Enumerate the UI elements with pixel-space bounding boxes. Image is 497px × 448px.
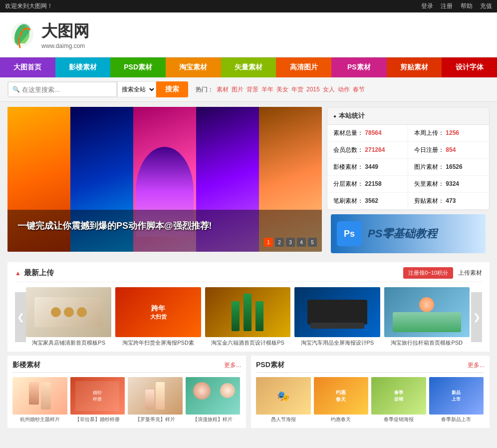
- psd-img-4: 新品上市: [429, 377, 484, 415]
- yinglou-items: 杭州婚纱主题样片 婚纱样册 【菲拉慕】婚纱样册 【罗曼蒂克】样片: [12, 377, 241, 423]
- yinglou-item-4: 【浪漫旅程】样片: [186, 377, 241, 423]
- dot-5[interactable]: 5: [308, 238, 317, 247]
- latest-section: 最新上传 注册领0~10积分 上传素材 ❮ 淘宝家具店铺清新首页模板PS: [7, 262, 490, 352]
- carousel-item-5: 淘宝旅行拉杆箱首页模板PSD: [384, 287, 470, 347]
- psd-item-2: 约惠春天 约惠春天: [314, 377, 369, 423]
- thumb-5: [384, 287, 470, 337]
- stat-members-value: 271264: [365, 146, 385, 153]
- search-scope-select[interactable]: 搜索全站: [117, 81, 156, 97]
- nav-vector[interactable]: 矢量素材: [221, 57, 276, 77]
- nav-taobao[interactable]: 淘宝素材: [166, 57, 221, 77]
- carousel-prev[interactable]: ❮: [15, 292, 26, 342]
- nav-ps[interactable]: PS素材: [331, 57, 387, 77]
- stat-total-text: 素材总量：: [333, 129, 363, 136]
- dot-2[interactable]: 2: [275, 238, 284, 247]
- stat-yinglou-value: 3449: [365, 163, 378, 170]
- stat-layer-text: 分层素材：: [333, 180, 363, 187]
- nav-home[interactable]: 大图首页: [0, 57, 55, 77]
- label-5: 淘宝旅行拉杆箱首页模板PSD: [384, 339, 470, 347]
- ps-tutorial-banner[interactable]: Ps PS零基础教程: [331, 214, 486, 253]
- label-3: 淘宝金六福酒首页设计模板PS: [205, 339, 290, 347]
- stat-weekly-value: 1256: [446, 129, 459, 136]
- carousel-item-1: 淘宝家具店铺清新首页模板PS: [26, 287, 111, 347]
- hot-年货[interactable]: 年货: [291, 85, 303, 94]
- carousel-items: 淘宝家具店铺清新首页模板PS 跨年 大扫货 淘宝跨年扫货全屏海报PSD素: [26, 287, 471, 347]
- hot-2015[interactable]: 2015: [306, 86, 320, 93]
- yinglou-img-2: 婚纱样册: [70, 377, 125, 415]
- ps-tutorial-text: PS零基础教程: [368, 226, 437, 241]
- help-link[interactable]: 帮助: [461, 2, 473, 9]
- stat-photo-text: 图片素材：: [414, 163, 444, 170]
- stats-title: 本站统计: [327, 107, 489, 125]
- search-input[interactable]: [22, 86, 112, 93]
- label-4: 淘宝汽车用品全屏海报设计PS: [294, 339, 380, 347]
- main-nav: 大图首页 影楼素材 PSD素材 淘宝素材 矢量素材 高清图片 PS素材 剪贴素材…: [0, 57, 497, 77]
- hot-素材[interactable]: 素材: [217, 85, 229, 94]
- search-icon: 🔍: [12, 86, 20, 93]
- psd-title: PSD素材: [256, 361, 284, 370]
- register-link[interactable]: 注册: [441, 2, 453, 9]
- top-bar: 欢迎来到大图网！ 登录 注册 帮助 充值: [0, 0, 497, 12]
- thumb-1: [26, 287, 111, 337]
- top-bar-links: 登录 注册 帮助 充值: [415, 2, 492, 10]
- psd-label-3: 春季促销海报: [371, 416, 426, 423]
- stat-total-value: 78564: [365, 129, 381, 136]
- logo: 大图网 www.daimg.com: [7, 18, 89, 51]
- psd-header: PSD素材 更多...: [256, 361, 485, 373]
- nav-font[interactable]: 设计字体: [442, 57, 497, 77]
- welcome-text: 欢迎来到大图网！: [5, 2, 53, 10]
- hot-图片[interactable]: 图片: [232, 85, 244, 94]
- label-2: 淘宝跨年扫货全屏海报PSD素: [115, 339, 201, 347]
- yinglou-img-1: [12, 377, 67, 415]
- hot-动作[interactable]: 动作: [338, 85, 350, 94]
- dot-1[interactable]: 1: [264, 238, 273, 247]
- psd-img-2: 约惠春天: [314, 377, 369, 415]
- register-points-btn[interactable]: 注册领0~10积分: [403, 267, 453, 279]
- stat-today-label: 今日注册： 854: [408, 142, 489, 159]
- stat-photo-label: 图片素材： 16526: [408, 159, 489, 176]
- nav-psd[interactable]: PSD素材: [110, 57, 166, 77]
- search-button[interactable]: 搜索: [156, 81, 188, 97]
- nav-photo[interactable]: 高清图片: [276, 57, 331, 77]
- stat-brush-text: 笔刷素材：: [333, 197, 363, 204]
- yinglou-section: 影楼素材 更多... 杭州婚纱主题样片 婚纱样册 【菲拉慕】婚纱样册: [7, 356, 246, 428]
- stat-total-label: 素材总量： 78564: [327, 125, 408, 142]
- search-bar: 🔍 搜索全站 搜索 热门： 素材 图片 背景 羊年 美女 年货 2015 女人 …: [0, 77, 497, 102]
- recharge-link[interactable]: 充值: [480, 2, 492, 9]
- site-name: 大图网: [41, 20, 89, 42]
- nav-yinglou[interactable]: 影楼素材: [55, 57, 111, 77]
- hot-春节[interactable]: 春节: [353, 85, 365, 94]
- stat-weekly-text: 本周上传：: [414, 129, 444, 136]
- header: 大图网 www.daimg.com: [0, 12, 497, 57]
- stat-clip-value: 473: [446, 197, 456, 204]
- carousel: ❮ 淘宝家具店铺清新首页模板PS 跨年: [15, 287, 482, 347]
- carousel-item-2: 跨年 大扫货 淘宝跨年扫货全屏海报PSD素: [115, 287, 201, 347]
- hot-背景[interactable]: 背景: [247, 85, 258, 94]
- nav-clip[interactable]: 剪贴素材: [387, 57, 442, 77]
- stat-clip-label: 剪贴素材： 473: [408, 193, 489, 210]
- dot-3[interactable]: 3: [286, 238, 295, 247]
- psd-more[interactable]: 更多...: [468, 361, 485, 370]
- hot-羊年[interactable]: 羊年: [261, 85, 273, 94]
- hot-美女[interactable]: 美女: [276, 85, 288, 94]
- psd-section: PSD素材 更多... 🎭 愚人节海报 约惠春天 约惠春天 春季促销 春季促销海: [251, 356, 490, 428]
- yinglou-item-3: 【罗曼蒂克】样片: [128, 377, 183, 423]
- latest-title: 最新上传: [15, 268, 54, 278]
- hot-女人[interactable]: 女人: [323, 85, 335, 94]
- yinglou-label-2: 【菲拉慕】婚纱样册: [70, 416, 125, 423]
- stat-yinglou-text: 影楼素材：: [333, 163, 363, 170]
- carousel-item-4: 淘宝汽车用品全屏海报设计PS: [294, 287, 380, 347]
- carousel-next[interactable]: ❯: [471, 292, 482, 342]
- dot-4[interactable]: 4: [297, 238, 306, 247]
- psd-item-3: 春季促销 春季促销海报: [371, 377, 426, 423]
- yinglou-more[interactable]: 更多...: [224, 361, 241, 370]
- stat-weekly-label: 本周上传： 1256: [408, 125, 489, 142]
- psd-items: 🎭 愚人节海报 约惠春天 约惠春天 春季促销 春季促销海报 新品上市: [256, 377, 485, 423]
- stats-panel: 本站统计 素材总量： 78564 本周上传： 1256 会员总数： 271264…: [327, 107, 490, 210]
- right-panel: 本站统计 素材总量： 78564 本周上传： 1256 会员总数： 271264…: [327, 107, 490, 257]
- login-link[interactable]: 登录: [421, 2, 433, 9]
- hero-banner: 一键完成让你震撼到爆的PS动作脚本@强烈推荐! 1 2 3 4 5: [7, 107, 322, 252]
- upload-link[interactable]: 上传素材: [458, 269, 482, 277]
- psd-item-4: 新品上市 春季新品上市: [429, 377, 484, 423]
- label-1: 淘宝家具店铺清新首页模板PS: [26, 339, 111, 347]
